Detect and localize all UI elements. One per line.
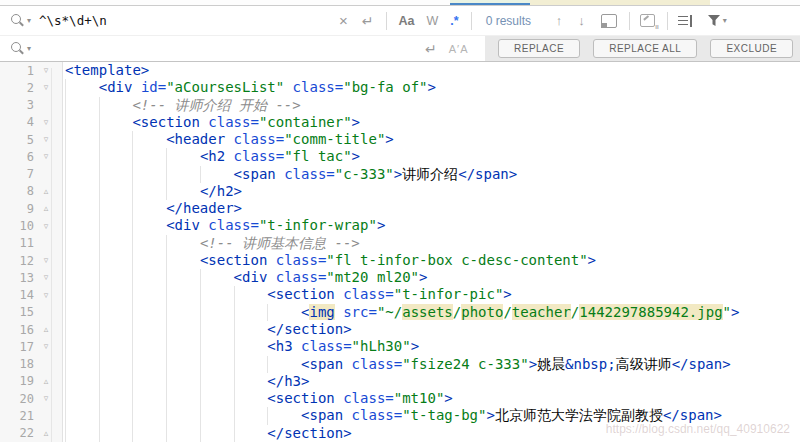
previous-occurrence-icon[interactable]: ↑ xyxy=(556,13,563,28)
code-editor[interactable]: 1▿2▿34▿5▿6▿78▵9▵10▿1112▿13▿14▿1516▵17▿18… xyxy=(0,62,800,442)
gutter-row[interactable]: 8▵ xyxy=(0,183,62,200)
gutter-row[interactable]: 13▿ xyxy=(0,269,62,286)
code-line[interactable]: </header> xyxy=(65,200,800,217)
insert-newline-icon[interactable]: ↵ xyxy=(362,14,374,28)
code-line[interactable]: <div class="mt20 ml20"> xyxy=(65,269,800,286)
line-number: 10 xyxy=(0,219,34,233)
replace-input[interactable] xyxy=(39,40,411,58)
ide-window: ▾ ^\s*\d+\n × ↵ Aa W .* 0 results ↑ ↓ ▾ … xyxy=(0,0,800,442)
gutter-row[interactable]: 19▵ xyxy=(0,373,62,390)
fold-chevron-icon[interactable]: ▿ xyxy=(34,394,58,403)
indent-guides xyxy=(65,321,267,338)
code-line[interactable]: </h2> xyxy=(65,183,800,200)
code-line[interactable]: <section class="container"> xyxy=(65,114,800,131)
code-token: > xyxy=(352,114,360,130)
code-line[interactable]: </section> xyxy=(65,321,800,338)
fold-chevron-icon[interactable]: ▵ xyxy=(34,204,58,213)
code-line[interactable]: <section class="t-infor-pic"> xyxy=(65,286,800,303)
next-occurrence-icon[interactable]: ↓ xyxy=(578,13,585,28)
match-case-toggle[interactable]: Aa xyxy=(399,14,415,28)
search-input[interactable]: ^\s*\d+\n xyxy=(39,13,339,28)
code-line[interactable]: <span class="fsize24 c-333">姚晨&nbsp;高级讲师… xyxy=(65,356,800,373)
fold-chevron-icon[interactable]: ▿ xyxy=(34,66,58,75)
code-token: </h2> xyxy=(200,183,242,199)
code-token: > xyxy=(731,304,739,320)
close-icon[interactable]: × xyxy=(339,14,348,28)
code-line[interactable]: <!-- 讲师基本信息 --> xyxy=(65,235,800,252)
gutter-row[interactable]: 11 xyxy=(0,235,62,252)
fold-chevron-icon[interactable]: ▵ xyxy=(34,325,58,334)
code-lines[interactable]: <template><div id="aCoursesList" class="… xyxy=(65,62,800,442)
gutter-row[interactable]: 14▿ xyxy=(0,286,62,303)
select-all-occurrences-icon[interactable] xyxy=(640,14,655,27)
gutter-row[interactable]: 15 xyxy=(0,304,62,321)
regex-toggle[interactable]: .* xyxy=(450,14,458,28)
replace-newline-icon[interactable]: ↵ xyxy=(425,42,437,56)
gutter-row[interactable]: 7 xyxy=(0,166,62,183)
code-line[interactable]: <h2 class="fl tac"> xyxy=(65,148,800,165)
code-line[interactable]: <h3 class="hLh30"> xyxy=(65,338,800,355)
line-number: 13 xyxy=(0,271,34,285)
gutter-row[interactable]: 17▿ xyxy=(0,338,62,355)
code-line[interactable]: <section class="mt10"> xyxy=(65,390,800,407)
indent-guides xyxy=(65,373,267,390)
code-line[interactable]: <!-- 讲师介绍 开始 --> xyxy=(65,97,800,114)
gutter-row[interactable]: 3 xyxy=(0,97,62,114)
gutter-row[interactable]: 12▿ xyxy=(0,252,62,269)
code-line[interactable]: <template> xyxy=(65,62,800,79)
fold-chevron-icon[interactable]: ▿ xyxy=(34,152,58,161)
code-token: > xyxy=(503,286,511,302)
fold-chevron-icon[interactable]: ▿ xyxy=(34,342,58,351)
code-token: class= xyxy=(343,286,394,302)
code-token: > xyxy=(428,79,436,95)
code-token: <!-- 讲师基本信息 --> xyxy=(200,235,360,251)
code-line[interactable]: <img src="~/assets/photo/teacher/1442297… xyxy=(65,304,800,321)
gutter-row[interactable]: 20▿ xyxy=(0,390,62,407)
code-line[interactable]: </section> xyxy=(65,425,800,442)
search-history-chevron-icon[interactable]: ▾ xyxy=(27,16,31,25)
code-line[interactable]: </h3> xyxy=(65,373,800,390)
exclude-button[interactable]: EXCLUDE xyxy=(710,39,793,58)
gutter-row[interactable]: 9▵ xyxy=(0,200,62,217)
fold-chevron-icon[interactable]: ▵ xyxy=(34,187,58,196)
code-token: class= xyxy=(276,269,327,285)
gutter-row[interactable]: 22▵ xyxy=(0,425,62,442)
fold-chevron-icon[interactable]: ▿ xyxy=(34,83,58,92)
replace-history-chevron-icon[interactable]: ▾ xyxy=(27,44,31,53)
gutter-row[interactable]: 5▿ xyxy=(0,131,62,148)
gutter-row[interactable]: 21 xyxy=(0,407,62,424)
gutter-row[interactable]: 18 xyxy=(0,356,62,373)
fold-chevron-icon[interactable]: ▿ xyxy=(34,273,58,282)
open-in-find-window-icon[interactable] xyxy=(601,14,617,28)
whole-words-toggle[interactable]: W xyxy=(427,14,439,28)
indent-guides xyxy=(65,338,267,355)
filter-search-results-icon[interactable]: ▾ xyxy=(707,14,727,27)
fold-chevron-icon[interactable]: ▵ xyxy=(34,377,58,386)
code-line[interactable]: <section class="fl t-infor-box c-desc-co… xyxy=(65,252,800,269)
gutter-row[interactable]: 6▿ xyxy=(0,148,62,165)
code-line[interactable]: <div id="aCoursesList" class="bg-fa of"> xyxy=(65,79,800,96)
code-line[interactable]: <span class="c-333">讲师介绍</span> xyxy=(65,166,800,183)
fold-chevron-icon[interactable]: ▿ xyxy=(34,222,58,231)
fold-chevron-icon[interactable]: ▿ xyxy=(34,135,58,144)
gutter-row[interactable]: 10▿ xyxy=(0,217,62,234)
fold-chevron-icon[interactable]: ▿ xyxy=(34,291,58,300)
fold-chevron-icon[interactable]: ▵ xyxy=(34,429,58,438)
gutter-row[interactable]: 16▵ xyxy=(0,321,62,338)
multiline-search-icon[interactable] xyxy=(678,15,693,27)
gutter-row[interactable]: 4▿ xyxy=(0,114,62,131)
code-token: 高级讲师 xyxy=(616,356,672,372)
replace-search-icon[interactable] xyxy=(10,41,25,56)
replace-button[interactable]: REPLACE xyxy=(498,39,580,58)
preserve-case-toggle[interactable]: A′A xyxy=(449,43,469,55)
code-token: <div xyxy=(99,79,141,95)
code-line[interactable]: <header class="comm-title"> xyxy=(65,131,800,148)
code-line[interactable]: <div class="t-infor-wrap"> xyxy=(65,217,800,234)
replace-all-button[interactable]: REPLACE ALL xyxy=(593,39,697,58)
gutter-row[interactable]: 2▿ xyxy=(0,79,62,96)
fold-chevron-icon[interactable]: ▿ xyxy=(34,256,58,265)
fold-chevron-icon[interactable]: ▿ xyxy=(34,118,58,127)
code-line[interactable]: <span class="t-tag-bg">北京师范大学法学院副教授</spa… xyxy=(65,407,800,424)
search-icon[interactable] xyxy=(10,13,25,28)
gutter-row[interactable]: 1▿ xyxy=(0,62,62,79)
